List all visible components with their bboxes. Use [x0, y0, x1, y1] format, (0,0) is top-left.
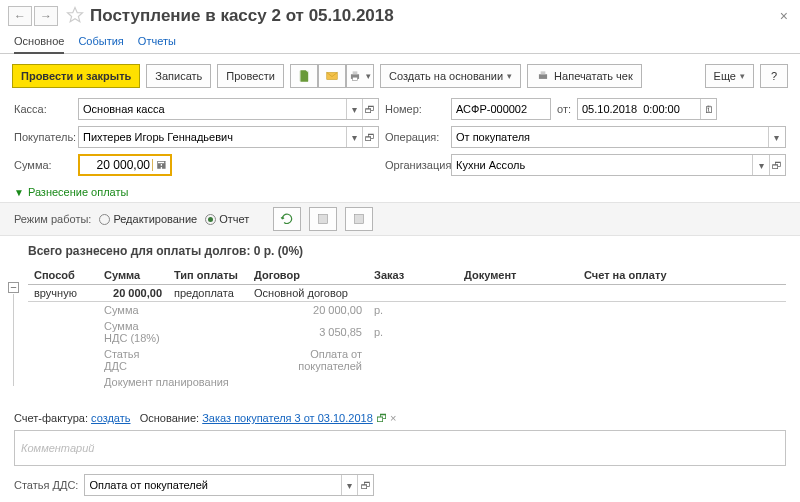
invoice-line: Счет-фактура: создать Основание: Заказ п… [14, 412, 786, 424]
svg-rect-4 [353, 77, 358, 81]
tree-line [13, 294, 14, 386]
tab-events[interactable]: События [78, 32, 123, 53]
basis-link[interactable]: Заказ покупателя 3 от 03.10.2018 [202, 412, 373, 424]
th-order: Заказ [368, 266, 458, 285]
close-icon[interactable]: × [776, 8, 792, 24]
date-field[interactable]: 🗓 [577, 98, 717, 120]
th-contract: Договор [248, 266, 368, 285]
th-ptype: Тип оплаты [168, 266, 248, 285]
th-inv: Счет на оплату [578, 266, 786, 285]
th-sum: Сумма [98, 266, 168, 285]
label-mode: Режим работы: [14, 213, 91, 225]
attach-icon[interactable] [290, 64, 318, 88]
radio-report[interactable]: Отчет [205, 213, 249, 225]
allocation-total: Всего разнесено для оплаты долгов: 0 р. … [28, 244, 786, 258]
basis-clear-icon[interactable]: × [390, 412, 396, 424]
tool2-icon[interactable] [345, 207, 373, 231]
svg-rect-3 [353, 71, 358, 74]
label-sum: Сумма: [14, 159, 72, 171]
collapse-row-icon[interactable]: − [8, 282, 19, 293]
allocation-grid-wrapper: − Всего разнесено для оплаты долгов: 0 р… [0, 244, 800, 390]
toolbar: Провести и закрыть Записать Провести ▾ С… [0, 54, 800, 98]
comment-field[interactable]: Комментарий [14, 430, 786, 466]
mail-icon[interactable] [318, 64, 346, 88]
nav-forward-button[interactable]: → [34, 6, 58, 26]
allocation-header[interactable]: ▼Разнесение оплаты [0, 182, 800, 202]
org-field[interactable]: ▾🗗 [451, 154, 786, 176]
tool1-icon[interactable] [309, 207, 337, 231]
save-button[interactable]: Записать [146, 64, 211, 88]
extra-header[interactable]: ▶Дополнительно [14, 496, 786, 502]
detail-row: Документ планирования [28, 374, 786, 390]
more-button[interactable]: Еще ▾ [705, 64, 754, 88]
detail-row: Статья ДДСОплата от покупателей [28, 346, 786, 374]
detail-row: Сумма20 000,00p. [28, 302, 786, 319]
label-number: Номер: [385, 103, 445, 115]
detail-row: Сумма НДС (18%)3 050,85p. [28, 318, 786, 346]
tab-main[interactable]: Основное [14, 32, 64, 53]
th-method: Способ [28, 266, 98, 285]
document-title: Поступление в кассу 2 от 05.10.2018 [90, 6, 394, 26]
svg-rect-5 [539, 74, 547, 79]
label-org: Организация: [385, 159, 445, 171]
label-dds: Статья ДДС: [14, 479, 78, 491]
svg-rect-6 [541, 71, 546, 74]
print-icon[interactable]: ▾ [346, 64, 374, 88]
radio-edit[interactable]: Редактирование [99, 213, 197, 225]
tabs: Основное События Отчеты [0, 28, 800, 54]
operation-field[interactable]: ▾ [451, 126, 786, 148]
refresh-icon[interactable] [273, 207, 301, 231]
table-header-row: Способ Сумма Тип оплаты Договор Заказ До… [28, 266, 786, 285]
svg-rect-7 [319, 214, 328, 223]
create-invoice-link[interactable]: создать [91, 412, 130, 424]
sum-field[interactable]: 🖬 [78, 154, 172, 176]
label-buyer: Покупатель: [14, 131, 72, 143]
nav-back-button[interactable]: ← [8, 6, 32, 26]
svg-marker-0 [68, 8, 83, 22]
dds-field[interactable]: ▾🗗 [84, 474, 374, 496]
post-and-close-button[interactable]: Провести и закрыть [12, 64, 140, 88]
th-doc: Документ [458, 266, 578, 285]
create-based-on-button[interactable]: Создать на основании ▾ [380, 64, 521, 88]
table-row[interactable]: вручную 20 000,00 предоплата Основной до… [28, 285, 786, 302]
mode-bar: Режим работы: Редактирование Отчет [0, 202, 800, 236]
label-operation: Операция: [385, 131, 445, 143]
post-button[interactable]: Провести [217, 64, 284, 88]
kassa-field[interactable]: ▾🗗 [78, 98, 379, 120]
svg-rect-8 [355, 214, 364, 223]
favorite-star-icon[interactable] [66, 6, 84, 26]
help-button[interactable]: ? [760, 64, 788, 88]
print-receipt-button[interactable]: Напечатать чек [527, 64, 642, 88]
label-kassa: Касса: [14, 103, 72, 115]
buyer-field[interactable]: ▾🗗 [78, 126, 379, 148]
label-ot: от: [557, 103, 571, 115]
basis-open-icon[interactable]: 🗗 [376, 412, 387, 424]
allocation-table: Способ Сумма Тип оплаты Договор Заказ До… [28, 266, 786, 390]
number-field[interactable] [451, 98, 551, 120]
tab-reports[interactable]: Отчеты [138, 32, 176, 53]
